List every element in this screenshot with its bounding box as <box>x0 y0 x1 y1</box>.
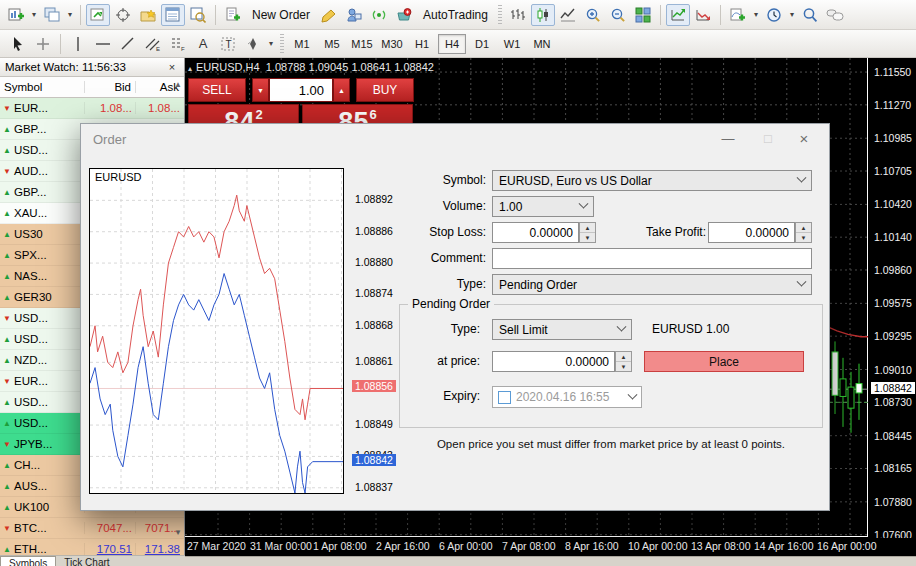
time-tick: 13 Apr 08:00 <box>691 540 751 552</box>
data-window-icon[interactable] <box>186 4 210 26</box>
indicators-list-icon[interactable] <box>666 4 690 26</box>
symbol-select[interactable]: EURUSD, Euro vs US Dollar <box>492 170 812 191</box>
take-profit-label: Take Profit: <box>601 225 706 239</box>
shapes-dropdown-icon[interactable]: ▾ <box>266 33 276 55</box>
market-watch-row[interactable]: ▼EUR...1.08...1.08... <box>0 98 184 119</box>
cursor-icon[interactable] <box>6 33 30 55</box>
line-chart-type-icon[interactable] <box>556 4 580 26</box>
timeframe-h4[interactable]: H4 <box>438 34 466 54</box>
profiles-dropdown-icon[interactable]: ▾ <box>65 4 75 26</box>
signals-icon[interactable] <box>367 4 391 26</box>
timeframe-d1[interactable]: D1 <box>468 34 496 54</box>
comment-input[interactable] <box>492 248 812 269</box>
vertical-line-icon[interactable] <box>66 33 90 55</box>
tile-windows-icon[interactable] <box>631 4 655 26</box>
take-profit-spinner[interactable]: ▲▼ <box>795 222 812 243</box>
chart-shift-icon[interactable] <box>111 4 135 26</box>
collapse-icon[interactable]: ▴ <box>188 64 192 73</box>
up-arrow-icon: ▲ <box>0 146 14 155</box>
search-icon[interactable] <box>798 4 822 26</box>
at-price-spinner[interactable]: ▲▼ <box>615 351 632 372</box>
time-axis[interactable]: 27 Mar 202031 Mar 00:001 Apr 08:002 Apr … <box>185 538 916 555</box>
order-dialog: Order — □ × EURUSD 1.088921.088861.08880… <box>80 123 830 511</box>
tab-symbols[interactable]: Symbols <box>0 556 56 566</box>
bar-chart-type-icon[interactable] <box>506 4 530 26</box>
fibonacci-icon[interactable]: F <box>166 33 190 55</box>
tab-tick-chart[interactable]: Tick Chart <box>56 556 117 566</box>
timeframe-m30[interactable]: M30 <box>378 34 406 54</box>
crosshair-icon[interactable] <box>31 33 55 55</box>
add-indicator-icon[interactable] <box>726 4 750 26</box>
volume-decrease-icon[interactable]: ▼ <box>252 78 269 102</box>
market-watch-close-icon[interactable]: × <box>165 60 179 74</box>
autotrading-icon[interactable] <box>392 4 416 26</box>
pending-type-select[interactable]: Sell Limit <box>492 319 632 340</box>
chat-icon[interactable] <box>823 4 847 26</box>
price-tick: 1.09295 <box>874 330 912 342</box>
timeframe-mn[interactable]: MN <box>528 34 556 54</box>
candlestick-chart-type-icon[interactable] <box>531 4 555 26</box>
time-tick: 16 Apr 00:00 <box>817 540 877 552</box>
periods-clock-icon[interactable] <box>762 4 786 26</box>
place-button[interactable]: Place <box>644 351 804 372</box>
market-watch-toggle-icon[interactable] <box>161 4 185 26</box>
line-studies-toolbar: E F A T ▾ M1M5M15M30H1H4D1W1MN <box>0 30 916 58</box>
minimize-icon[interactable]: — <box>711 124 745 152</box>
down-arrow-icon: ▼ <box>0 524 14 533</box>
new-chart-dropdown-icon[interactable]: ▾ <box>29 4 39 26</box>
up-arrow-icon: ▲ <box>0 482 14 491</box>
stop-loss-input[interactable]: 0.00000 <box>492 222 579 243</box>
market-icon[interactable] <box>342 4 366 26</box>
add-indicator-dropdown-icon[interactable]: ▾ <box>751 4 761 26</box>
text-label-tool-icon[interactable]: T <box>216 33 240 55</box>
zoom-out-icon[interactable] <box>606 4 630 26</box>
up-arrow-icon: ▲ <box>0 125 14 134</box>
stop-loss-spinner[interactable]: ▲▼ <box>579 222 596 243</box>
volume-input[interactable]: 1.00 <box>269 78 333 102</box>
timeframe-m15[interactable]: M15 <box>348 34 376 54</box>
expiry-combo[interactable]: 2020.04.16 16:55 <box>492 386 642 408</box>
order-type-select[interactable]: Pending Order <box>492 274 812 295</box>
at-price-input[interactable]: 0.00000 <box>492 351 615 372</box>
sell-button[interactable]: SELL <box>188 78 246 102</box>
timeframe-w1[interactable]: W1 <box>498 34 526 54</box>
down-arrow-icon: ▼ <box>0 104 14 113</box>
column-bid[interactable]: Bid <box>84 81 135 93</box>
favorites-icon[interactable] <box>136 4 160 26</box>
maximize-icon[interactable]: □ <box>751 124 785 152</box>
price-axis[interactable]: 1.115501.112701.109851.107051.104201.101… <box>869 58 916 537</box>
volume-select[interactable]: 1.00 <box>492 196 594 217</box>
equidistant-channel-icon[interactable]: E <box>141 33 165 55</box>
new-order-icon[interactable] <box>221 4 245 26</box>
expiry-checkbox[interactable] <box>498 391 511 404</box>
buy-button[interactable]: BUY <box>356 78 414 102</box>
shapes-tool-icon[interactable] <box>241 33 265 55</box>
zoom-in-icon[interactable] <box>581 4 605 26</box>
volume-label: Volume: <box>381 199 486 213</box>
periods-dropdown-icon[interactable]: ▾ <box>787 4 797 26</box>
new-chart-icon[interactable] <box>4 4 28 26</box>
trendline-icon[interactable] <box>116 33 140 55</box>
volume-increase-icon[interactable]: ▲ <box>333 78 350 102</box>
timeframe-h1[interactable]: H1 <box>408 34 436 54</box>
profiles-icon[interactable] <box>40 4 64 26</box>
timeframe-m5[interactable]: M5 <box>318 34 346 54</box>
scroll-down-icon[interactable]: ▼ <box>174 528 182 537</box>
up-arrow-icon: ▲ <box>0 356 14 365</box>
scroll-up-icon[interactable]: ▲ <box>174 80 182 89</box>
metaeditor-icon[interactable] <box>317 4 341 26</box>
objects-list-icon[interactable] <box>691 4 715 26</box>
horizontal-line-icon[interactable] <box>91 33 115 55</box>
order-dialog-titlebar[interactable]: Order — □ × <box>81 124 829 154</box>
market-watch-row[interactable]: ▼BTC...7047...7071... <box>0 518 184 539</box>
autotrading-button[interactable]: AutoTrading <box>417 4 494 26</box>
column-symbol[interactable]: Symbol <box>0 81 84 93</box>
time-tick: 10 Apr 00:00 <box>628 540 688 552</box>
auto-scroll-icon[interactable] <box>86 4 110 26</box>
take-profit-input[interactable]: 0.00000 <box>708 222 795 243</box>
symbol-name: USD... <box>14 312 84 324</box>
new-order-button[interactable]: New Order <box>246 4 316 26</box>
text-tool-icon[interactable]: A <box>191 33 215 55</box>
close-icon[interactable]: × <box>787 124 821 152</box>
timeframe-m1[interactable]: M1 <box>288 34 316 54</box>
